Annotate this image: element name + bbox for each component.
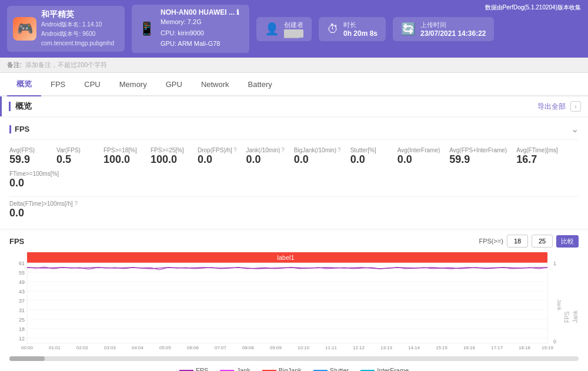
- help-icon-jank[interactable]: ?: [281, 147, 285, 153]
- tab-network[interactable]: Network: [192, 74, 239, 96]
- svg-text:15:15: 15:15: [436, 345, 448, 350]
- delta-label: Delta(FTime)>100ms[/h] ?: [9, 200, 579, 207]
- stat-jank: Jank(/10min) ? 0.0: [246, 145, 293, 168]
- tab-fps[interactable]: FPS: [41, 74, 75, 96]
- legend-interframe: InterFrame: [360, 367, 409, 371]
- help-icon-drop[interactable]: ?: [233, 147, 237, 153]
- fps-y-label-right: FPS: [564, 276, 570, 323]
- fps-input-2[interactable]: [532, 235, 553, 248]
- upload-time-card: 🔄 上传时间 23/07/2021 14:36:22: [393, 17, 494, 41]
- svg-text:18:18: 18:18: [519, 345, 531, 350]
- app-info-card: 🎮 和平精英 Android版本名: 1.14.10 Android版本号: 9…: [7, 6, 125, 52]
- stat-avg-ftime-label: Avg(FTime)[ms]: [516, 147, 558, 153]
- stat-fps-gte-18-value: 100.0: [103, 153, 141, 166]
- svg-text:12: 12: [19, 336, 25, 342]
- stat-avg-ftime: Avg(FTime)[ms] 16.7: [516, 145, 567, 168]
- stat-fps-gte-18: FPS>=18[%] 100.0: [103, 145, 151, 168]
- duration-card: ⏱ 时长 0h 20m 8s: [319, 17, 386, 41]
- fps-section-header: FPS ⌄: [9, 123, 579, 140]
- creator-value: ███: [284, 29, 303, 38]
- chart-title: FPS: [9, 237, 24, 246]
- legend-interframe-label: InterFrame: [377, 367, 409, 371]
- upload-value: 23/07/2021 14:36:22: [420, 29, 486, 38]
- stat-avg-fps-interframe-label: Avg(FPS+InterFrame): [449, 147, 507, 153]
- stat-stutter: Stutter[%] 0.0: [350, 145, 397, 168]
- svg-text:00:00: 00:00: [21, 345, 34, 350]
- svg-text:10:10: 10:10: [298, 345, 310, 350]
- svg-text:12:12: 12:12: [353, 345, 365, 350]
- svg-text:19:19: 19:19: [542, 345, 554, 350]
- stat-avg-fps-value: 59.9: [9, 153, 47, 166]
- svg-text:49: 49: [19, 279, 25, 285]
- chart-scrollbar-track[interactable]: [9, 356, 579, 361]
- fps-stats-grid: Avg(FPS) 59.9 Var(FPS) 0.5 FPS>=18[%] 10…: [9, 140, 579, 197]
- compare-button[interactable]: 比較: [556, 235, 579, 248]
- chart-svg-container: label1 61 55 49 43 37 31 25 18 12 1: [9, 252, 579, 355]
- app-icon: 🎮: [13, 17, 36, 41]
- collapse-button[interactable]: ›: [570, 101, 581, 112]
- stat-avg-interframe: Avg(InterFrame) 0.0: [397, 145, 450, 168]
- device-details: NOH-AN00 HUAWEI ... ℹ Memory: 7.2G CPU: …: [161, 8, 239, 49]
- legend-stutter-label: Stutter: [330, 367, 349, 371]
- duration-icon: ⏱: [327, 22, 339, 36]
- svg-text:05:05: 05:05: [159, 345, 172, 350]
- stat-jank-label: Jank(/10min) ?: [246, 147, 284, 153]
- export-button[interactable]: 导出全部: [537, 102, 566, 112]
- svg-text:55: 55: [19, 270, 25, 276]
- stat-drop-fps-label: Drop(FPS)/h] ?: [198, 147, 236, 153]
- legend-fps: FPS: [179, 367, 208, 371]
- stats-row: Avg(FPS) 59.9 Var(FPS) 0.5 FPS>=18[%] 10…: [9, 145, 579, 192]
- legend-fps-label: FPS: [196, 367, 208, 371]
- stat-ftime-gte-100-value: 0.0: [9, 177, 59, 189]
- stat-ftime-gte-100: FTime>=100ms[%] 0.0: [9, 168, 68, 192]
- stat-avg-fps-interframe-value: 59.9: [449, 153, 507, 166]
- stat-avg-ftime-value: 16.7: [516, 153, 558, 166]
- svg-text:43: 43: [19, 289, 25, 295]
- svg-rect-0: [27, 252, 547, 343]
- device-cpu: CPU: kirin9000: [161, 28, 239, 39]
- svg-text:31: 31: [19, 308, 25, 313]
- device-memory: Memory: 7.2G: [161, 16, 239, 28]
- device-name: NOH-AN00 HUAWEI ... ℹ: [161, 8, 239, 16]
- device-icon: 📱: [139, 21, 155, 36]
- note-placeholder[interactable]: 添加备注，不超过200个字符: [25, 61, 107, 69]
- help-icon-bigjank[interactable]: ?: [338, 147, 341, 153]
- stat-stutter-value: 0.0: [350, 153, 388, 166]
- fps-gte-label: FPS(>=): [479, 238, 503, 245]
- svg-text:06:06: 06:06: [187, 345, 199, 350]
- svg-text:61: 61: [19, 260, 25, 266]
- app-version-detail: Android版本名: 1.14.10 Android版本号: 9600 com…: [41, 20, 114, 48]
- tab-memory[interactable]: Memory: [110, 74, 156, 96]
- fps-input-1[interactable]: [507, 235, 528, 248]
- nav-tabs: 概览 FPS CPU Memory GPU Network Battery: [0, 73, 588, 96]
- svg-text:37: 37: [19, 298, 25, 304]
- device-info-card: 📱 NOH-AN00 HUAWEI ... ℹ Memory: 7.2G CPU…: [132, 5, 249, 53]
- svg-text:18: 18: [19, 326, 25, 332]
- fps-chart-container: FPS FPS(>=) 比較 label1: [0, 230, 588, 371]
- chart-legend: FPS Jank BigJank Stutter InterFrame: [9, 363, 579, 371]
- tab-overview[interactable]: 概览: [7, 73, 41, 96]
- help-icon-delta[interactable]: ?: [75, 200, 78, 207]
- stat-fps-gte-25-label: FPS>=25[%]: [151, 147, 188, 153]
- svg-text:17:17: 17:17: [491, 345, 503, 350]
- fps-controls: FPS(>=) 比較: [479, 235, 579, 248]
- delta-value: 0.0: [9, 207, 579, 219]
- section-bar: [9, 102, 11, 111]
- tab-cpu[interactable]: CPU: [75, 74, 109, 96]
- header: 数据由PerfDog(5.1.210204)版本收集 数据由PerfDog(5.…: [0, 0, 588, 58]
- svg-text:14:14: 14:14: [408, 345, 420, 350]
- svg-text:0: 0: [553, 339, 556, 345]
- stat-fps-gte-18-label: FPS>=18[%]: [103, 147, 141, 153]
- tab-gpu[interactable]: GPU: [156, 74, 192, 96]
- duration-value: 0h 20m 8s: [343, 29, 377, 38]
- stat-drop-fps-value: 0.0: [198, 153, 236, 166]
- stat-jank-value: 0.0: [246, 153, 284, 166]
- fps-collapse-icon[interactable]: ⌄: [571, 123, 579, 135]
- upload-icon: 🔄: [401, 22, 416, 36]
- stat-avg-fps-label: Avg(FPS): [9, 147, 47, 153]
- svg-text:25: 25: [19, 317, 25, 323]
- chart-scrollbar-thumb[interactable]: [9, 356, 45, 361]
- fps-chart-svg: label1 61 55 49 43 37 31 25 18 12 1: [9, 252, 562, 355]
- duration-info: 时长 0h 20m 8s: [343, 21, 377, 38]
- tab-battery[interactable]: Battery: [239, 74, 282, 96]
